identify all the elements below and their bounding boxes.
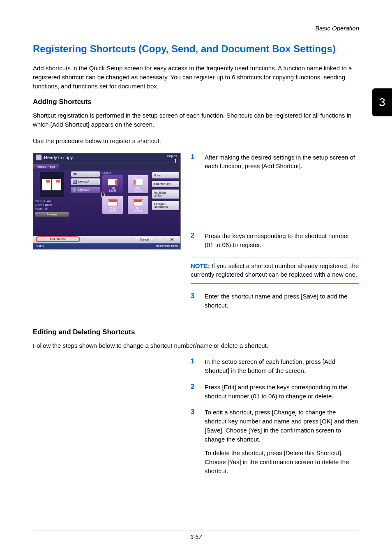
step-1-number: 1 [191, 153, 197, 171]
layout-top-r-to-l[interactable]: TopR to L [128, 175, 148, 193]
page-title: Registering Shortcuts (Copy, Send, and D… [33, 43, 359, 55]
step-1-text: After making the desired settings in the… [205, 153, 359, 171]
top-edge-button[interactable]: Top Edgeon Top [152, 190, 179, 199]
device-screenshot: Ready to copy. Copies 1 Memo Page [33, 153, 181, 250]
note-text: If you select a shortcut number already … [191, 262, 359, 278]
layout-label: Layout [102, 171, 149, 174]
editing-heading: Editing and Deleting Shortcuts [33, 328, 359, 336]
running-header: Basic Operation [33, 25, 359, 32]
option-off[interactable]: Off [71, 171, 100, 177]
step-2-text: Press the keys corresponding to the shor… [205, 231, 359, 250]
layout-top-r-to-b[interactable]: TopR to B [128, 196, 148, 214]
option-layout-b[interactable]: Layout B [71, 187, 100, 193]
edit-step-2-text: Press [Edit] and press the keys correspo… [205, 383, 359, 401]
add-shortcut-button[interactable]: Add Shortcut [46, 237, 70, 241]
note-box: NOTE: If you select a shortcut number al… [191, 257, 359, 284]
edit-step-1-text: In the setup screen of each function, pr… [205, 357, 359, 375]
screen-title: Ready to copy. [44, 155, 74, 160]
memo-page-tab[interactable]: Memo Page [33, 164, 59, 169]
note-label: NOTE: [191, 262, 210, 269]
keypad-icon[interactable] [157, 237, 162, 242]
orientation-button[interactable]: # OriginalOrientation [152, 201, 179, 210]
editing-intro: Follow the steps shown below to change a… [33, 341, 359, 350]
border-none-button[interactable]: None [152, 172, 179, 178]
edit-step-1-number: 1 [191, 357, 197, 375]
status-timestamp: 10/10/2010 10:10 [156, 245, 178, 247]
expand-arrow-icon[interactable]: ⟩⟩ [100, 190, 106, 199]
step-3-text: Enter the shortcut name and press [Save]… [205, 292, 359, 310]
cancel-button[interactable]: Cancel [135, 237, 154, 242]
copies-value: 1 [167, 158, 177, 164]
edit-step-2-number: 2 [191, 383, 197, 401]
document-info: Original : A4 Zoom : 100% Paper : A4 [35, 199, 69, 210]
adding-p1: Shortcut registration is performed in th… [33, 111, 359, 129]
status-bar: Status 10/10/2010 10:10 [33, 243, 180, 249]
border-line-button[interactable]: # Border Line [152, 181, 179, 187]
preview-button[interactable]: Preview [35, 212, 69, 217]
copy-icon [36, 155, 42, 160]
preview-area [40, 172, 64, 197]
adding-heading: Adding Shortcuts [33, 98, 359, 106]
adding-p2: Use the procedure below to register a sh… [33, 136, 359, 146]
page-number: 3-57 [0, 534, 392, 540]
edit-step-3-number: 3 [191, 408, 197, 475]
option-layout-a[interactable]: Layout A [71, 178, 100, 185]
add-shortcut-highlight: Add Shortcut [36, 236, 80, 242]
chapter-tab: 3 [372, 88, 392, 116]
edit-step-3-text: To edit a shortcut, press [Change] to ch… [205, 408, 359, 475]
copies-label: Copies [167, 154, 177, 158]
ok-button[interactable]: OK [165, 237, 179, 242]
step-3-number: 3 [191, 292, 197, 310]
footer-rule [33, 530, 359, 530]
status-label[interactable]: Status [36, 245, 44, 247]
intro-paragraph: Add shortcuts in the Quick Setup screen … [33, 64, 359, 90]
step-2-number: 2 [191, 231, 197, 250]
